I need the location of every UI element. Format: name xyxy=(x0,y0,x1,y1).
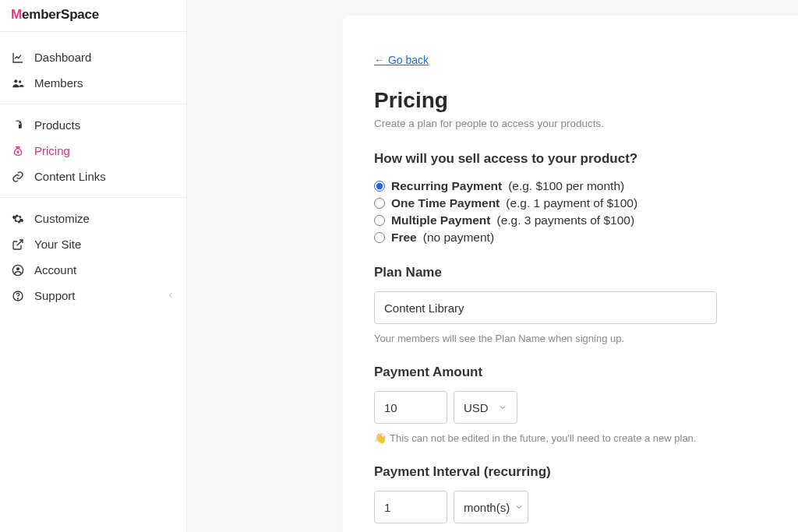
option-hint: (e.g. 3 payments of $100) xyxy=(496,213,634,227)
page-title: Pricing xyxy=(374,88,767,113)
sidebar-item-label: Content Links xyxy=(34,170,106,183)
external-link-icon xyxy=(11,238,25,251)
option-multiple-radio[interactable] xyxy=(374,215,385,226)
interval-unit-value: month(s) xyxy=(464,501,510,514)
sidebar-item-label: Account xyxy=(34,263,76,277)
wave-icon: 👋 xyxy=(374,432,387,444)
sidebar-item-account[interactable]: Account xyxy=(0,257,186,283)
option-hint: (e.g. 1 payment of $100) xyxy=(506,196,637,210)
sell-access-question: How will you sell access to your product… xyxy=(374,151,767,167)
sidebar-item-label: Members xyxy=(34,76,83,90)
plan-name-input[interactable] xyxy=(374,291,717,324)
payment-interval-block: Payment Interval (recurring) month(s) 👋T… xyxy=(374,464,767,532)
interval-unit-select[interactable]: month(s) xyxy=(454,491,528,523)
link-icon xyxy=(11,171,25,183)
payment-amount-help: 👋This can not be edited in the future, y… xyxy=(374,432,733,446)
sidebar-item-label: Pricing xyxy=(34,144,70,157)
payment-type-options: Recurring Payment (e.g. $100 per month) … xyxy=(374,178,767,246)
chevron-down-icon xyxy=(498,401,507,414)
chevron-left-icon xyxy=(166,289,175,302)
gear-icon xyxy=(11,213,25,225)
option-recurring-radio[interactable] xyxy=(374,181,385,192)
plan-name-block: Plan Name Your members will see the Plan… xyxy=(374,265,767,346)
payment-amount-input[interactable] xyxy=(374,391,447,424)
currency-select[interactable]: USD xyxy=(454,391,517,424)
option-free-radio[interactable] xyxy=(374,232,385,243)
sidebar: MemberSpace Dashboard Members Products xyxy=(0,0,187,532)
svg-point-2 xyxy=(19,123,20,125)
sidebar-item-label: Your Site xyxy=(34,238,81,251)
pricing-card: ← Go back Pricing Create a plan for peop… xyxy=(343,16,798,532)
money-bag-icon xyxy=(11,145,25,157)
option-label: Multiple Payment xyxy=(391,213,490,227)
option-free[interactable]: Free (no payment) xyxy=(374,229,767,246)
sidebar-item-support[interactable]: Support xyxy=(0,283,186,308)
sidebar-item-dashboard[interactable]: Dashboard xyxy=(0,44,186,70)
users-icon xyxy=(11,77,25,90)
payment-interval-input[interactable] xyxy=(374,491,447,523)
plan-name-help: Your members will see the Plan Name when… xyxy=(374,332,733,346)
sidebar-item-your-site[interactable]: Your Site xyxy=(0,231,186,257)
svg-point-1 xyxy=(19,80,21,83)
rocket-icon xyxy=(11,119,25,132)
svg-point-4 xyxy=(16,267,19,270)
svg-point-0 xyxy=(14,79,17,83)
option-label: One Time Payment xyxy=(391,196,500,210)
option-label: Recurring Payment xyxy=(391,179,502,193)
page-subtitle: Create a plan for people to access your … xyxy=(374,118,767,129)
sidebar-item-label: Products xyxy=(34,118,80,132)
chart-line-icon xyxy=(11,51,25,64)
go-back-link[interactable]: ← Go back xyxy=(374,54,429,66)
help-circle-icon xyxy=(11,290,25,302)
sidebar-item-members[interactable]: Members xyxy=(0,70,186,96)
chevron-down-icon xyxy=(514,501,524,514)
payment-amount-block: Payment Amount USD 👋This can not be edit… xyxy=(374,365,767,446)
currency-value: USD xyxy=(464,401,489,414)
option-multiple[interactable]: Multiple Payment (e.g. 3 payments of $10… xyxy=(374,212,767,229)
payment-amount-label: Payment Amount xyxy=(374,365,767,380)
option-hint: (no payment) xyxy=(423,231,494,245)
sidebar-item-products[interactable]: Products xyxy=(0,112,186,138)
option-one-time-radio[interactable] xyxy=(374,198,385,209)
option-label: Free xyxy=(391,231,417,245)
svg-point-6 xyxy=(17,298,18,298)
sidebar-item-label: Customize xyxy=(34,212,90,225)
brand-logo: MemberSpace xyxy=(0,0,186,32)
user-circle-icon xyxy=(11,264,25,277)
sidebar-item-label: Support xyxy=(34,289,76,302)
sidebar-item-pricing[interactable]: Pricing xyxy=(0,138,186,164)
main-area: ← Go back Pricing Create a plan for peop… xyxy=(187,0,798,532)
option-hint: (e.g. $100 per month) xyxy=(508,179,624,193)
sidebar-item-label: Dashboard xyxy=(34,51,91,64)
option-recurring[interactable]: Recurring Payment (e.g. $100 per month) xyxy=(374,178,767,195)
sidebar-item-content-links[interactable]: Content Links xyxy=(0,164,186,189)
payment-interval-label: Payment Interval (recurring) xyxy=(374,464,767,480)
plan-name-label: Plan Name xyxy=(374,265,767,280)
sidebar-item-customize[interactable]: Customize xyxy=(0,206,186,231)
option-one-time[interactable]: One Time Payment (e.g. 1 payment of $100… xyxy=(374,195,767,212)
